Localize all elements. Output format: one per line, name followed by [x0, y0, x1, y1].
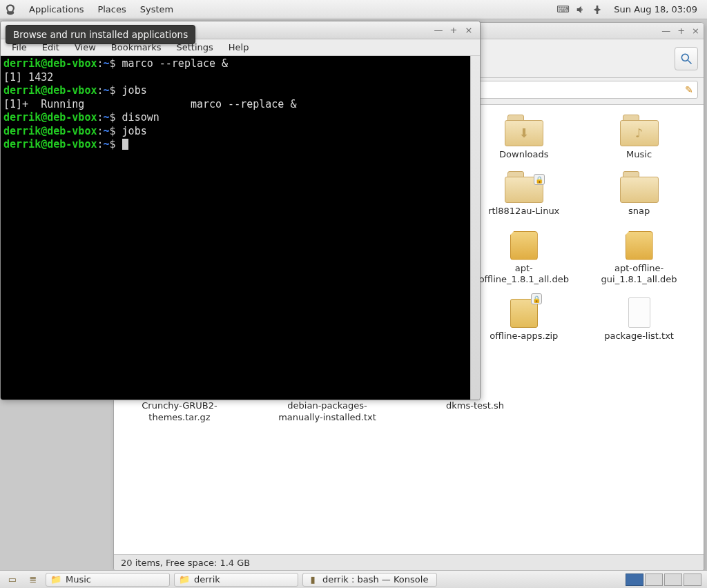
workspace-2[interactable]: [645, 574, 663, 586]
panel-clock[interactable]: Sun Aug 18, 03:09: [611, 4, 700, 14]
lock-icon: 🔒: [534, 174, 545, 185]
label-music: Music: [626, 149, 652, 160]
panel-places[interactable]: Places: [90, 4, 133, 14]
bottom-taskbar: ▭ ≣ 📁 Music 📁 derrik ▮ derrik : bash — K…: [0, 570, 707, 588]
label-dkms-test[interactable]: dkms-test.sh: [420, 400, 530, 424]
network-icon[interactable]: [593, 4, 604, 15]
file-apt-offline-gui-deb[interactable]: apt-offline-gui_1.8.1_all.deb: [583, 228, 695, 286]
label-debian-packages[interactable]: debian-packages-manually-installed.txt: [272, 400, 382, 424]
minimize-icon[interactable]: —: [661, 26, 670, 36]
close-icon[interactable]: ×: [692, 26, 699, 36]
task-music[interactable]: 📁 Music: [46, 573, 170, 587]
terminal-window: xxxxxxxxxxxxxxxxxxxx: bash — Konsole — +…: [0, 21, 481, 400]
terminal-cursor: [122, 139, 128, 150]
panel-applications[interactable]: Applications: [22, 4, 90, 14]
label-offline-apps: offline-apps.zip: [490, 331, 558, 342]
show-desktop-button[interactable]: ▭: [4, 573, 21, 587]
label-snap: snap: [628, 206, 650, 217]
menu-help[interactable]: Help: [222, 41, 256, 54]
workspace-3[interactable]: [664, 574, 682, 586]
task-music-label: Music: [66, 574, 91, 585]
file-offline-apps-zip[interactable]: 🔒 offline-apps.zip: [467, 296, 580, 342]
folder-music[interactable]: ♪ Music: [583, 115, 695, 160]
task-derrik[interactable]: 📁 derrik: [174, 573, 298, 587]
windows-icon: ≣: [28, 574, 39, 585]
workspace-1[interactable]: [626, 574, 643, 586]
label-apt-offline: apt-offline_1.8.1_all.deb: [476, 263, 572, 286]
maximize-icon[interactable]: +: [448, 25, 459, 35]
desktop-icon: ▭: [7, 574, 18, 585]
terminal-body[interactable]: derrik@deb-vbox:~$ marco --replace & [1]…: [1, 56, 480, 400]
applications-tooltip: Browse and run installed applications: [6, 25, 195, 44]
folder-downloads[interactable]: ⬇ Downloads: [467, 115, 580, 160]
top-panel: Applications Places System ⌨ Sun Aug 18,…: [0, 0, 707, 19]
lock-icon: 🔒: [531, 293, 542, 304]
task-konsole-label: derrik : bash — Konsole: [322, 574, 428, 585]
close-icon[interactable]: ×: [463, 25, 474, 35]
keyboard-icon[interactable]: ⌨: [557, 4, 568, 15]
panel-system[interactable]: System: [133, 4, 180, 14]
terminal-scrollbar[interactable]: [470, 56, 480, 400]
obscured-file-labels: Crunchy-GRUB2-themes.tar.gz debian-packa…: [124, 400, 530, 424]
maximize-icon[interactable]: +: [677, 26, 685, 36]
status-text: 20 items, Free space: 1.4 GB: [121, 558, 250, 568]
label-rtl: rtl8812au-Linux: [488, 206, 559, 217]
folder-icon: 📁: [50, 574, 61, 585]
system-tray: ⌨ Sun Aug 18, 03:09: [557, 4, 703, 15]
workspace-pager[interactable]: [624, 572, 703, 587]
file-package-list-txt[interactable]: package-list.txt: [583, 296, 695, 342]
window-list-button[interactable]: ≣: [25, 573, 41, 587]
folder-snap[interactable]: snap: [583, 171, 695, 217]
file-manager-statusbar: 20 items, Free space: 1.4 GB: [114, 554, 704, 571]
distro-logo-icon[interactable]: [4, 3, 17, 16]
search-button[interactable]: [675, 47, 698, 70]
minimize-icon[interactable]: —: [433, 25, 444, 35]
clear-path-icon[interactable]: ✎: [685, 84, 693, 95]
folder-icon: 📁: [179, 574, 190, 585]
svg-point-0: [681, 54, 688, 61]
folder-rtl8812au[interactable]: 🔒 rtl8812au-Linux: [467, 171, 580, 217]
task-derrik-label: derrik: [194, 574, 220, 585]
label-crunchy-grub[interactable]: Crunchy-GRUB2-themes.tar.gz: [124, 400, 235, 424]
task-konsole[interactable]: ▮ derrik : bash — Konsole: [302, 573, 437, 587]
svg-line-1: [688, 60, 692, 63]
label-apt-offline-gui: apt-offline-gui_1.8.1_all.deb: [591, 263, 688, 286]
file-apt-offline-deb[interactable]: apt-offline_1.8.1_all.deb: [467, 228, 580, 286]
terminal-icon: ▮: [307, 574, 318, 585]
workspace-4[interactable]: [684, 574, 701, 586]
label-downloads: Downloads: [499, 149, 548, 160]
label-package-list: package-list.txt: [604, 331, 674, 342]
volume-icon[interactable]: [575, 4, 586, 15]
